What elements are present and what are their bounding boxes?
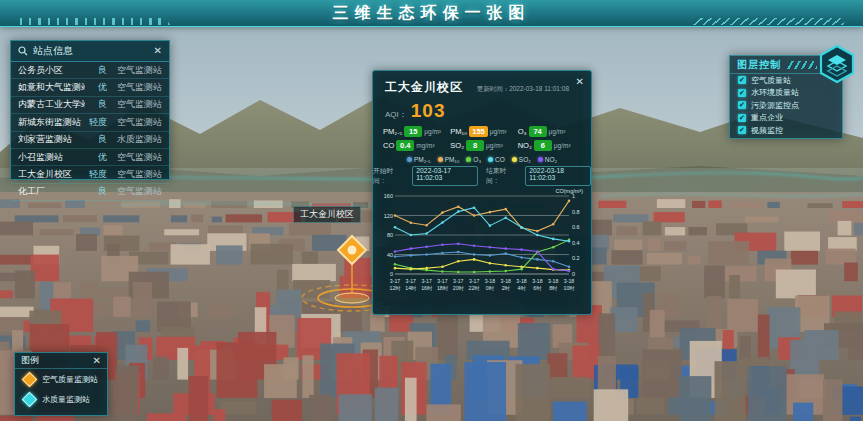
legend-chip[interactable]: O₃ [466,156,481,163]
layer-toggle[interactable]: ✔视频监控 [730,124,842,137]
pollutant-name: PM₂.₅ [383,127,402,136]
legend-chip[interactable]: CO [488,156,505,163]
pollutant-value-badge: 6 [534,140,552,151]
legend-item: 空气质量监测站 [15,369,107,389]
legend-panel-title: 图例 [21,354,93,367]
legend-item-label: 空气质量监测站 [42,374,98,385]
station-panel-header: 站点信息 ✕ [11,41,169,62]
svg-text:3-18: 3-18 [485,278,495,284]
station-row[interactable]: 如意和大气监测站优空气监测站 [11,79,169,96]
station-name: 工大金川校区 [18,168,85,181]
svg-text:8时: 8时 [549,285,558,291]
layer-toggle[interactable]: ✔污染源监控点 [730,99,842,112]
trend-chart[interactable]: 0408012016000.20.40.60.81CO(mg/m³)3-1712… [373,187,591,312]
pollutant-unit: μg/m³ [554,142,571,149]
legend-chip[interactable]: NO₂ [538,156,557,163]
checkbox-checked-icon[interactable]: ✔ [738,126,746,134]
pollutant-unit: μg/m³ [486,142,503,149]
svg-text:0.4: 0.4 [572,240,580,246]
layer-label: 视频监控 [751,125,783,136]
legend-chip[interactable]: PM₁₀ [438,156,460,163]
app-root: { "title_bar": { "title": "三维生态环保一张图" },… [0,0,863,421]
time-range-row: 开始时间： 2022-03-17 11:02:03 结束时间： 2022-03-… [373,164,591,187]
station-name: 新城东街监测站 [18,116,85,129]
checkbox-checked-icon[interactable]: ✔ [738,114,746,122]
svg-text:4时: 4时 [518,285,527,291]
svg-text:2时: 2时 [502,285,511,291]
svg-text:3-17: 3-17 [421,278,431,284]
legend-items: 空气质量监测站水质量监测站 [15,369,107,409]
station-row[interactable]: 内蒙古工业大学站良空气监测站 [11,97,169,114]
svg-text:0: 0 [390,271,393,277]
pollutant-name: PM₁₀ [450,127,467,136]
pollutant-value-badge: 155 [469,126,488,137]
station-type: 空气监测站 [107,168,162,181]
station-row[interactable]: 新城东街监测站轻度空气监测站 [11,114,169,131]
svg-text:CO(mg/m³): CO(mg/m³) [556,188,584,194]
station-diamond-icon [22,371,38,387]
station-row[interactable]: 小召监测站优空气监测站 [11,149,169,166]
pollutant-value-badge: 74 [529,126,547,137]
station-grade: 轻度 [85,116,107,129]
titlebar-decor-right [693,18,847,25]
pollutant-unit: μg/m³ [549,128,566,135]
station-row[interactable]: 公务员小区良空气监测站 [11,62,169,79]
layer-label: 重点企业 [751,112,783,123]
start-time-input[interactable]: 2022-03-17 11:02:03 [412,166,478,186]
pollutant-unit: μg/m³ [490,128,507,135]
station-type: 空气监测站 [107,151,162,164]
station-grade: 良 [85,98,107,111]
svg-text:3-18: 3-18 [516,278,526,284]
svg-text:3-17: 3-17 [469,278,479,284]
pollutant-name: O₃ [518,127,527,136]
close-icon[interactable]: ✕ [93,356,101,366]
layer-toggle[interactable]: ✔水环境质量站 [730,87,842,100]
svg-text:0: 0 [572,271,575,277]
legend-chip[interactable]: SO₂ [512,156,531,163]
svg-text:3-18: 3-18 [501,278,511,284]
title-bar: 三维生态环保一张图 [0,0,863,27]
station-type: 空气监测站 [107,81,162,94]
popup-title: 工大金川校区 [385,79,463,96]
legend-chip[interactable]: PM₂.₅ [407,156,431,163]
aqi-value: 103 [411,100,446,122]
layer-label: 污染源监控点 [751,100,799,111]
svg-text:3-18: 3-18 [548,278,558,284]
svg-text:3-18: 3-18 [564,278,574,284]
pollutant-value-badge: 15 [404,126,422,137]
pollutant-cell: CO0.4mg/m³ [383,140,448,151]
station-name: 小召监测站 [18,151,85,164]
station-row[interactable]: 工大金川校区轻度空气监测站 [11,166,169,183]
legend-item-label: 水质量监测站 [42,394,90,405]
legend-dot [407,157,412,162]
legend-label: SO₂ [519,156,531,163]
checkbox-checked-icon[interactable]: ✔ [738,89,746,97]
station-row[interactable]: 化工厂良空气监测站 [11,184,169,201]
legend-label: PM₁₀ [445,156,460,163]
legend-label: NO₂ [545,156,557,163]
popup-header: 工大金川校区 更新时间：2022-03-18 11:01:08 [373,71,591,100]
station-row[interactable]: 刘家营监测站良水质监测站 [11,132,169,149]
layers-hexagon-icon[interactable] [818,44,856,84]
pollutant-value-badge: 8 [466,140,484,151]
station-panel-title: 站点信息 [33,44,154,58]
end-time-input[interactable]: 2022-03-18 11:02:03 [525,166,591,186]
close-icon[interactable]: ✕ [154,46,162,56]
legend-dot [466,157,471,162]
pollutant-value-badge: 0.4 [396,140,414,151]
checkbox-checked-icon[interactable]: ✔ [738,76,746,84]
layer-toggle[interactable]: ✔重点企业 [730,112,842,125]
station-grade: 良 [85,133,107,146]
svg-text:0.2: 0.2 [572,255,580,261]
svg-text:0时: 0时 [486,285,495,291]
station-diamond-icon [22,391,38,407]
map-marker-label[interactable]: 工大金川校区 [293,206,361,223]
map-legend-panel: 图例 ✕ 空气质量监测站水质量监测站 [14,352,108,416]
checkbox-checked-icon[interactable]: ✔ [738,101,746,109]
close-icon[interactable]: ✕ [576,77,584,87]
pollutant-cell: O₃74μg/m³ [518,126,583,137]
svg-text:3-17: 3-17 [453,278,463,284]
svg-text:40: 40 [387,252,393,258]
station-type: 空气监测站 [107,185,162,198]
layer-panel-title: 图层控制 [737,58,781,72]
